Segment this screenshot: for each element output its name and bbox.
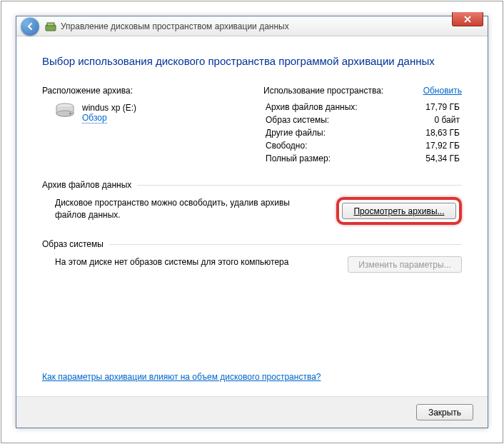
- help-link[interactable]: Как параметры архивации влияют на объем …: [42, 372, 321, 382]
- table-row: Образ системы:0 байт: [265, 114, 460, 126]
- location-label: Расположение архива:: [42, 86, 235, 96]
- drive-icon: [55, 103, 75, 121]
- section-data-text: Дисковое пространство можно освободить, …: [55, 197, 322, 221]
- table-row: Свободно:17,92 ГБ: [265, 140, 460, 151]
- close-dialog-button[interactable]: Закрыть: [416, 404, 473, 420]
- back-button[interactable]: [21, 17, 39, 36]
- highlight-ring: Просмотреть архивы...: [336, 197, 462, 225]
- divider: [109, 244, 462, 245]
- footer: Закрыть: [16, 396, 488, 428]
- close-button[interactable]: [452, 12, 483, 26]
- content-area: Выбор использования дискового пространст…: [16, 36, 488, 273]
- divider: [137, 185, 462, 186]
- window-title: Управление дисковым пространством архива…: [61, 21, 289, 31]
- refresh-link[interactable]: Обновить: [423, 86, 462, 96]
- titlebar: Управление дисковым пространством архива…: [16, 16, 488, 36]
- app-icon: [45, 21, 56, 32]
- section-data-title: Архив файлов данных: [42, 180, 131, 190]
- section-image-title: Образ системы: [42, 239, 104, 249]
- browse-link[interactable]: Обзор: [82, 113, 107, 123]
- usage-table: Архив файлов данных:17,79 ГБ Образ систе…: [263, 100, 462, 166]
- dialog-window: Управление дисковым пространством архива…: [16, 16, 488, 428]
- table-row: Другие файлы:18,63 ГБ: [265, 127, 460, 138]
- table-row: Полный размер:54,34 ГБ: [265, 153, 460, 164]
- svg-rect-1: [47, 23, 54, 26]
- table-row: Архив файлов данных:17,79 ГБ: [265, 101, 460, 113]
- view-archives-button[interactable]: Просмотреть архивы...: [342, 203, 456, 219]
- drive-info: windus xp (E:) Обзор: [42, 103, 235, 123]
- section-image-text: На этом диске нет образов системы для эт…: [55, 256, 333, 268]
- change-params-button: Изменить параметры...: [348, 256, 462, 273]
- page-heading: Выбор использования дискового пространст…: [42, 54, 462, 69]
- svg-rect-4: [69, 113, 71, 114]
- drive-name: windus xp (E:): [82, 103, 136, 113]
